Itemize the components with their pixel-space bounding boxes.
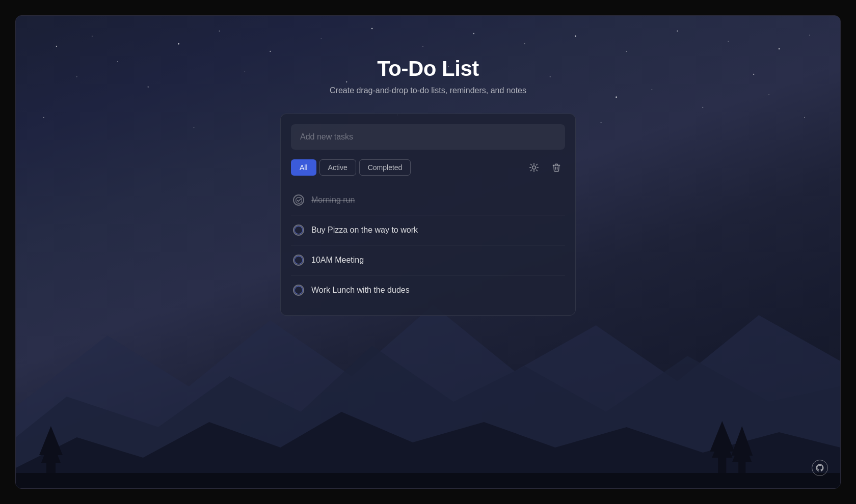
task-label-4: Work Lunch with the dudes	[311, 286, 410, 295]
svg-point-58	[295, 286, 303, 294]
trash-icon	[552, 163, 561, 172]
github-logo	[815, 463, 824, 472]
task-list: Morning run Buy Pizza on the way to work	[291, 185, 565, 305]
app-window: To-Do List Create drag-and-drop to-do li…	[15, 15, 841, 489]
svg-point-46	[532, 166, 536, 170]
svg-point-57	[295, 256, 303, 264]
task-checkbox-2[interactable]	[293, 225, 304, 236]
task-label-3: 10AM Meeting	[311, 256, 364, 265]
svg-line-54	[537, 164, 538, 165]
todo-card: All Active Completed	[280, 114, 576, 316]
task-checkbox-3[interactable]	[293, 255, 304, 266]
task-item[interactable]: Morning run	[291, 185, 565, 215]
filter-active-tab[interactable]: Active	[319, 159, 356, 176]
page-subtitle: Create drag-and-drop to-do lists, remind…	[330, 86, 526, 95]
task-label-2: Buy Pizza on the way to work	[311, 226, 418, 235]
task-item[interactable]: Work Lunch with the dudes	[291, 275, 565, 305]
task-label-1: Morning run	[311, 195, 355, 205]
main-content: To-Do List Create drag-and-drop to-do li…	[16, 16, 840, 316]
svg-line-53	[531, 170, 532, 171]
task-item[interactable]: Buy Pizza on the way to work	[291, 215, 565, 245]
filter-completed-tab[interactable]: Completed	[359, 159, 411, 176]
settings-button[interactable]	[525, 159, 543, 176]
filter-all-tab[interactable]: All	[291, 159, 316, 176]
check-icon	[296, 197, 302, 204]
task-checkbox-4[interactable]	[293, 285, 304, 296]
filter-row: All Active Completed	[291, 159, 565, 176]
task-checkbox-1[interactable]	[293, 194, 304, 206]
task-item[interactable]: 10AM Meeting	[291, 245, 565, 275]
page-title: To-Do List	[377, 57, 479, 81]
filter-actions	[525, 159, 565, 176]
filter-tabs: All Active Completed	[291, 159, 525, 176]
svg-line-50	[537, 170, 538, 171]
circle-icon	[294, 285, 303, 296]
svg-rect-45	[16, 473, 840, 488]
svg-point-56	[295, 226, 303, 234]
circle-icon	[294, 225, 303, 236]
svg-line-49	[531, 164, 532, 165]
sun-icon	[529, 162, 539, 173]
circle-icon	[294, 255, 303, 266]
github-icon[interactable]	[812, 460, 828, 476]
add-task-input[interactable]	[291, 124, 565, 150]
delete-button[interactable]	[548, 159, 565, 176]
